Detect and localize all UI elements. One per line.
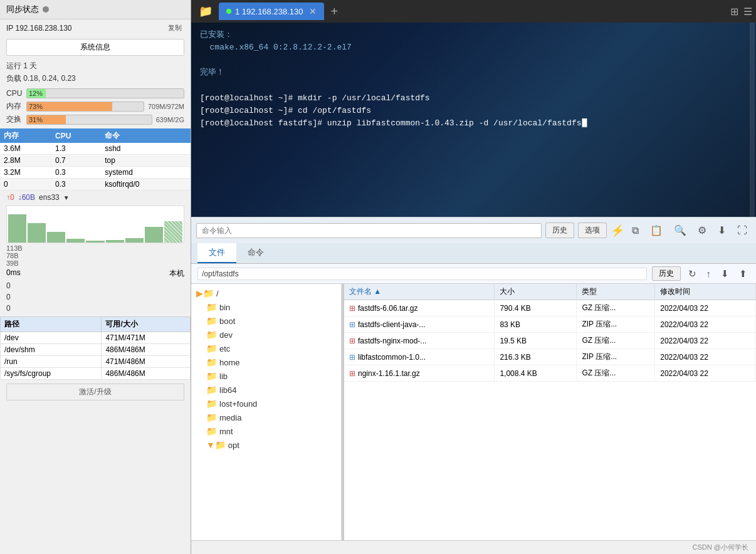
list-item[interactable]: ⊞nginx-1.16.1.tar.gz 1,008.4 KB GZ 压缩...… [344,365,756,382]
col-filename[interactable]: 文件名 ▲ [344,284,495,300]
refresh-icon-btn[interactable]: ↻ [686,267,699,281]
mem-bar-row: 内存 73% 709M/972M [6,101,184,112]
dir-mnt-label: mnt [219,427,233,436]
dir-tree[interactable]: ▶📁 / 📁 bin 📁 boot 📁 dev 📁 etc 📁 home [191,284,342,540]
file-browser: ▶📁 / 📁 bin 📁 boot 📁 dev 📁 etc 📁 home [191,284,756,540]
expand-icon-btn[interactable]: ⛶ [733,223,751,238]
file-type-cell: GZ 压缩... [577,300,655,316]
dir-item-home[interactable]: 📁 home [191,355,341,369]
tab-label: 1 192.168.238.130 [235,7,303,16]
proc-cpu: 0.3 [51,167,101,179]
term-line-7: [root@localhost ~]# cd /opt/fastdfs [200,105,747,117]
dir-lib-label: lib [219,372,228,381]
list-item[interactable]: ⊞fastdfs-client-java-... 83 KB ZIP 压缩...… [344,316,756,333]
proc-cmd: systemd [101,167,191,179]
folder-root-icon: ▶📁 [196,288,214,298]
terminal-area[interactable]: 已安装： cmake.x86_64 0:2.8.12.2-2.el7 完毕！ [… [191,23,756,217]
mem-label: 内存 [6,101,24,112]
dir-opt-label: opt [228,441,239,450]
term-line-8: [root@localhost fastdfs]# unzip libfastc… [200,117,747,130]
copy-button[interactable]: 复制 [165,23,184,33]
proc-cmd: ksoftirqd/0 [101,179,191,191]
file-name-cell: ⊞fastdfs-client-java-... [344,316,495,333]
grid-icon[interactable]: ⊞ [730,6,738,18]
options-button[interactable]: 选项 [578,222,607,238]
dir-item-root[interactable]: ▶📁 / [191,286,341,300]
mem-bar-outer: 73% [26,102,144,112]
ping-value: 0ms [6,268,21,279]
sync-status-label: 同步状态 [6,4,39,15]
upload-icon-btn[interactable]: ↑ [704,267,714,280]
dir-item-boot[interactable]: 📁 boot [191,314,341,328]
dir-item-lost[interactable]: 📁 lost+found [191,397,341,410]
sync-dot-icon [43,6,49,13]
copy-icon-btn[interactable]: ⧉ [628,223,643,238]
folder-icon[interactable]: 📁 [195,4,216,18]
csdn-label: CSDN @小何学长 [693,543,748,552]
tab-cmd[interactable]: 命令 [236,243,275,263]
swap-bar-row: 交换 31% 639M/2G [6,114,184,125]
disk-size: 471M/486M [102,356,191,368]
terminal-input-bar: 历史 选项 ⚡ ⧉ 📋 🔍 ⚙ ⬇ ⛶ [191,217,756,243]
cpu-bar-inner: 12% [27,89,46,98]
swap-bar-outer: 31% [26,115,152,125]
file-cmd-tabs: 文件 命令 [191,243,756,264]
tab-close-icon[interactable]: ✕ [309,6,317,16]
terminal-tab[interactable]: 1 192.168.238.130 ✕ [219,3,324,20]
search-icon-btn[interactable]: 🔍 [670,222,690,238]
tab-file[interactable]: 文件 [197,243,236,263]
table-row: /dev/shm486M/486M [1,344,191,356]
right-panel: 📁 1 192.168.238.130 ✕ + ⊞ ☰ 已安装： cmake.x… [191,0,756,554]
tab-add-button[interactable]: + [327,4,342,19]
file-type-icon: ⊞ [349,337,355,345]
chart-bar-1 [8,214,26,243]
file-type-icon: ⊞ [349,304,355,313]
download-icon-btn[interactable]: ⬇ [714,222,730,238]
upload2-icon-btn[interactable]: ⬆ [737,267,750,281]
history-button[interactable]: 历史 [545,222,574,238]
dir-lost-label: lost+found [219,399,257,409]
paste-icon-btn[interactable]: 📋 [646,222,666,238]
menu-icon[interactable]: ☰ [743,6,752,18]
col-size[interactable]: 大小 [495,284,577,300]
disk-col-path: 路径 [1,317,102,332]
command-input[interactable] [196,223,542,238]
disk-path: /sys/fs/cgroup [1,368,102,380]
settings-icon-btn[interactable]: ⚙ [694,222,710,238]
table-row: /run471M/486M [1,356,191,368]
path-history-button[interactable]: 历史 [652,266,681,281]
file-type-icon: ⊞ [349,320,355,329]
disk-size: 471M/471M [102,332,191,344]
chart-bar-dotted [164,221,182,243]
traffic-val-2: 78B [6,252,184,259]
lightning-icon[interactable]: ⚡ [611,224,624,238]
list-item[interactable]: ⊞fastdfs-nginx-mod-... 19.5 KB GZ 压缩... … [344,333,756,349]
chart-bars [7,206,184,243]
dir-item-mnt[interactable]: 📁 mnt [191,424,341,438]
net-chevron-icon: ▼ [63,194,70,201]
sync-status-bar: 同步状态 [0,0,191,19]
activate-button[interactable]: 激活/升级 [6,384,184,400]
sys-info-button[interactable]: 系统信息 [6,39,184,56]
proc-cpu: 0.3 [51,179,101,191]
dir-item-dev[interactable]: 📁 dev [191,328,341,342]
dir-item-etc[interactable]: 📁 etc [191,342,341,355]
col-type[interactable]: 类型 [577,284,655,300]
file-modified-cell: 2022/04/03 22 [655,365,756,382]
terminal-scrollbar[interactable] [750,23,755,217]
col-modified[interactable]: 修改时间 [655,284,756,300]
chart-bar-7 [125,238,144,243]
ping-0: 0 [6,280,184,291]
list-item[interactable]: ⊞fastdfs-6.06.tar.gz 790.4 KB GZ 压缩... 2… [344,300,756,316]
dir-item-opt[interactable]: ▼📁 opt [191,438,341,452]
dir-item-bin[interactable]: 📁 bin [191,300,341,314]
file-modified-cell: 2022/04/03 22 [655,300,756,316]
disk-path: /dev/shm [1,344,102,356]
download2-icon-btn[interactable]: ⬇ [718,267,732,281]
folder-bin-icon: 📁 [206,302,217,312]
dir-item-lib[interactable]: 📁 lib [191,369,341,383]
dir-item-media[interactable]: 📁 media [191,410,341,424]
dir-item-lib64[interactable]: 📁 lib64 [191,383,341,397]
mem-bar-inner: 73% [27,102,112,111]
list-item[interactable]: ⊞libfastcommon-1.0... 216.3 KB ZIP 压缩...… [344,349,756,365]
